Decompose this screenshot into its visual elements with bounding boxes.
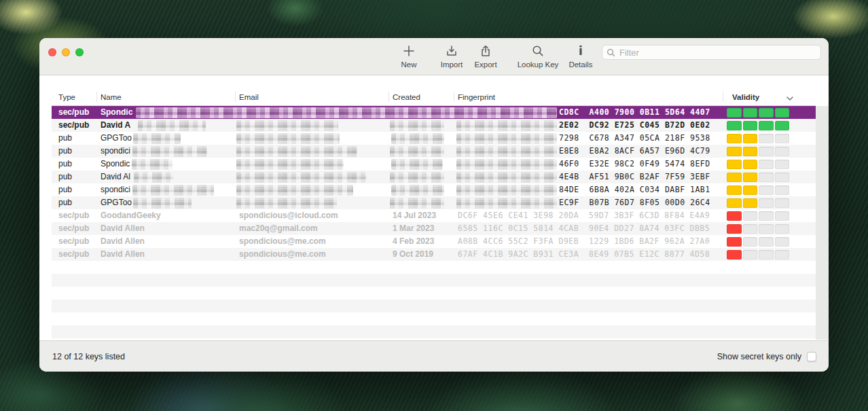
key-row[interactable]: sec/pub David A 2E02 DC92 E725 C045 B72D… xyxy=(52,119,816,132)
key-type: pub xyxy=(58,196,72,209)
redacted-content xyxy=(236,172,367,183)
validity-segment xyxy=(759,173,774,182)
redacted-content xyxy=(138,120,206,131)
key-fingerprint: 4E4B AF51 9B0C B2AF 7F59 3EBF xyxy=(559,171,710,183)
validity-segment xyxy=(727,211,742,221)
column-header-created[interactable]: Created xyxy=(393,93,420,101)
validity-segment xyxy=(727,224,742,234)
redacted-content xyxy=(456,172,557,183)
keys-count-status: 12 of 12 keys listed xyxy=(52,352,125,361)
toolbar-button-label: Export xyxy=(474,60,496,69)
key-name: Spondic xyxy=(101,158,130,171)
column-header-validity[interactable]: Validity xyxy=(732,93,759,101)
key-email: spondicious@me.com xyxy=(239,248,326,261)
validity-segment xyxy=(775,250,790,260)
plus-icon xyxy=(402,43,416,59)
validity-segment xyxy=(775,160,790,169)
key-fingerprint: 6585 116C 0C15 5814 4CAB 90E4 DD27 8A74 … xyxy=(458,222,710,235)
key-email: spondicious@icloud.com xyxy=(239,209,338,222)
key-type: pub xyxy=(58,171,72,183)
column-divider xyxy=(96,92,97,102)
key-row[interactable]: pub GPGToo EC9F B07B 76D7 8F05 00D0 26C4 xyxy=(52,196,816,209)
key-name: GPGToo xyxy=(101,196,132,209)
key-row[interactable]: sec/pub Spondic CD8C A400 7900 0B11 5D64… xyxy=(52,106,816,119)
redacted-content xyxy=(134,172,173,183)
desktop-wallpaper: New Import Export Lookup Key xyxy=(0,0,868,411)
validity-bar xyxy=(727,198,789,208)
redacted-content xyxy=(456,133,557,144)
validity-bar xyxy=(727,250,789,260)
key-type: pub xyxy=(58,145,72,158)
key-row[interactable]: sec/pub David Allen spondicious@me.com 9… xyxy=(52,248,816,261)
column-header-name[interactable]: Name xyxy=(101,93,122,101)
key-row[interactable]: pub Spondic 46F0 E32E 98C2 0F49 5474 8EF… xyxy=(52,158,816,171)
validity-segment xyxy=(727,250,742,260)
scrollbar-track[interactable] xyxy=(816,106,829,340)
validity-bar xyxy=(727,173,789,182)
zoom-button[interactable] xyxy=(75,48,84,56)
validity-segment xyxy=(743,250,758,260)
redacted-content xyxy=(236,120,338,131)
toolbar: New Import Export Lookup Key xyxy=(39,38,829,75)
validity-segment xyxy=(727,160,742,169)
key-row[interactable]: pub spondici E8E8 E8A2 8ACF 6A57 E96D 4C… xyxy=(52,145,816,158)
column-divider xyxy=(235,92,236,102)
column-header-email[interactable]: Email xyxy=(239,93,259,101)
redacted-content xyxy=(456,146,557,157)
column-header-fingerprint[interactable]: Fingerprint xyxy=(458,93,495,101)
validity-segment xyxy=(775,173,790,182)
key-fingerprint: 2E02 DC92 E725 C045 B72D 0E02 xyxy=(559,119,710,132)
show-secret-keys-checkbox[interactable] xyxy=(807,352,816,361)
validity-segment xyxy=(727,237,742,247)
key-type: sec/pub xyxy=(58,235,89,248)
filter-input[interactable] xyxy=(618,47,816,58)
validity-segment xyxy=(743,211,758,221)
filter-field[interactable] xyxy=(602,45,821,60)
table-header: Type Name Email Created Fingerprint Vali… xyxy=(52,88,816,106)
key-row[interactable]: sec/pub GoodandGeeky spondicious@icloud.… xyxy=(52,209,816,222)
key-row[interactable]: pub spondici 84DE 6B8A 402A C034 DABF 1A… xyxy=(52,183,816,196)
key-fingerprint: CD8C A400 7900 0B11 5D64 4407 xyxy=(559,106,710,119)
validity-segment xyxy=(759,224,774,234)
validity-bar xyxy=(727,121,789,130)
minimize-button[interactable] xyxy=(62,48,70,56)
key-row[interactable]: sec/pub David Allen mac20q@gmail.com 1 M… xyxy=(52,222,816,235)
validity-segment xyxy=(743,185,758,195)
validity-bar xyxy=(727,185,789,195)
redacted-content xyxy=(456,159,557,170)
validity-segment xyxy=(759,108,774,118)
redacted-content xyxy=(236,159,344,170)
redacted-content xyxy=(391,185,444,196)
validity-segment xyxy=(775,134,790,143)
key-name: David Al xyxy=(101,171,130,183)
key-row[interactable]: sec/pub David Allen spondicious@me.com 4… xyxy=(52,235,816,248)
redacted-content xyxy=(456,120,557,131)
validity-segment xyxy=(727,147,742,156)
key-type: pub xyxy=(58,132,72,145)
validity-segment xyxy=(759,134,774,143)
content-area: Type Name Email Created Fingerprint Vali… xyxy=(39,75,829,341)
column-header-type[interactable]: Type xyxy=(58,93,75,101)
key-fingerprint: A08B 4CC6 55C2 F3FA D9EB 1229 1BD6 BA2F … xyxy=(458,235,710,248)
validity-bar xyxy=(727,134,789,143)
validity-segment xyxy=(775,211,790,221)
table-body: sec/pub Spondic CD8C A400 7900 0B11 5D64… xyxy=(52,106,816,340)
validity-segment xyxy=(743,121,758,130)
close-button[interactable] xyxy=(48,48,56,56)
key-created: 9 Oct 2019 xyxy=(393,248,433,261)
validity-bar xyxy=(727,160,789,169)
redacted-content xyxy=(236,198,337,209)
key-row[interactable]: pub GPGToo 7298 C678 A347 05CA 218F 9538 xyxy=(52,132,816,145)
validity-segment xyxy=(727,108,742,118)
key-name: spondici xyxy=(101,183,130,196)
redacted-content xyxy=(133,198,192,209)
validity-segment xyxy=(759,121,774,130)
key-created: 4 Feb 2023 xyxy=(393,235,434,248)
column-divider xyxy=(723,92,723,102)
key-type: sec/pub xyxy=(58,209,89,222)
key-name: David A xyxy=(101,119,130,132)
key-row[interactable]: pub David Al 4E4B AF51 9B0C B2AF 7F59 3E… xyxy=(52,171,816,183)
redacted-content xyxy=(132,159,173,170)
window-controls xyxy=(48,48,84,56)
key-created: 1 Mar 2023 xyxy=(393,222,434,235)
